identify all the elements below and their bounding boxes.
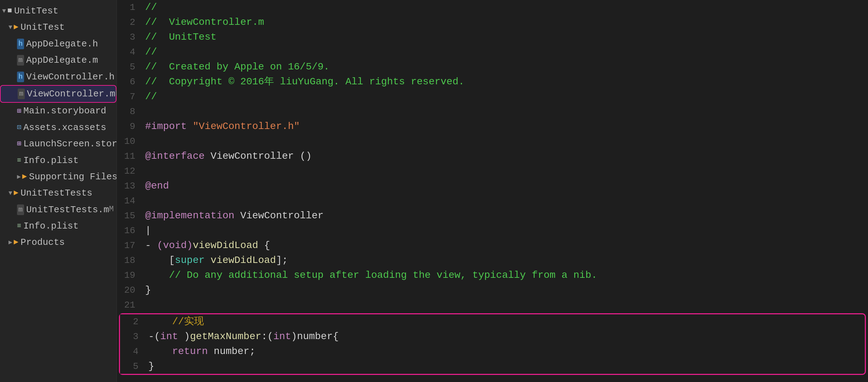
folder-open-icon: ▶ [14, 188, 18, 199]
sidebar-item-unittesttests-folder[interactable]: ▼ ▶ UnitTestTests [0, 185, 116, 201]
code-line-14: 14 [117, 193, 868, 208]
line-content: // [142, 0, 868, 15]
sidebar-item-viewcontroller-m[interactable]: m ViewController.m M [0, 85, 116, 103]
line-number: 3 [117, 30, 142, 45]
line-content: // Copyright © 2016年 liuYuGang. All righ… [142, 74, 868, 89]
line-content: // [142, 89, 868, 104]
sidebar-item-unitest-root[interactable]: ▼ ■ UnitTest [0, 3, 116, 19]
sidebar-item-viewcontroller-h[interactable]: h ViewController.h [0, 69, 116, 85]
line-number: 16 [117, 223, 142, 238]
sidebar-item-label: ViewController.m [27, 88, 115, 100]
line-content: // [142, 45, 868, 60]
sidebar-item-label: Info.plist [23, 220, 79, 232]
line-content: // UnitTest [142, 30, 868, 45]
plist-icon: ≡ [17, 221, 21, 231]
line-content: - (void)viewDidLoad { [142, 238, 868, 253]
sidebar-item-label: LaunchScreen.storyboard [23, 137, 117, 150]
sidebar-item-label: UnitTest [14, 5, 58, 17]
line-number: 19 [117, 268, 142, 283]
code-line-10: 10 [117, 134, 868, 149]
sidebar-item-assets[interactable]: ⊡ Assets.xcassets [0, 119, 116, 136]
line-content: } [145, 359, 865, 374]
line-number: 14 [117, 193, 142, 208]
code-line-21: 21 [117, 298, 868, 313]
h-icon: h [17, 72, 24, 82]
line-content: [super viewDidLoad]; [142, 253, 868, 268]
line-content: // Created by Apple on 16/5/9. [142, 60, 868, 74]
storyboard-icon: ⊞ [17, 139, 21, 149]
line-content: // Do any additional setup after loading… [142, 268, 868, 283]
line-number: 1 [117, 0, 142, 15]
line-number: 5 [117, 60, 142, 74]
sidebar-item-supporting-files[interactable]: ▶ ▶ Supporting Files [0, 169, 116, 185]
code-line-2: 2 // ViewController.m [117, 15, 868, 30]
sidebar-item-launchscreen[interactable]: ⊞ LaunchScreen.storyboard [0, 136, 116, 152]
line-number: 18 [117, 253, 142, 268]
line-content: // ViewController.m [142, 15, 868, 30]
sidebar: ▼ ■ UnitTest ▼ ▶ UnitTest h AppDelegate.… [0, 0, 117, 382]
sidebar-item-unitest-folder[interactable]: ▼ ▶ UnitTest [0, 19, 116, 35]
code-line-6: 6 // Copyright © 2016年 liuYuGang. All ri… [117, 74, 868, 89]
line-number: 13 [117, 179, 142, 193]
sidebar-item-main-storyboard[interactable]: ⊞ Main.storyboard [0, 103, 116, 119]
code-line-12: 12 [117, 164, 868, 179]
sidebar-item-unittesttests-m[interactable]: m UnitTestTests.m M [0, 202, 116, 218]
sidebar-item-label: Info.plist [23, 154, 79, 167]
code-line-9: 9 #import "ViewController.h" [117, 119, 868, 134]
line-number: 5 [120, 359, 145, 374]
line-number: 7 [117, 89, 142, 104]
sidebar-item-appdelegate-m[interactable]: m AppDelegate.m [0, 52, 116, 68]
line-content [142, 193, 868, 208]
line-number: 2 [117, 15, 142, 30]
code-line-11: 11 @interface ViewController () [117, 149, 868, 164]
sidebar-item-label: UnitTest [21, 21, 65, 34]
m-icon: m [18, 89, 25, 99]
code-line-13: 13 @end [117, 179, 868, 193]
folder-icon: ▶ [22, 172, 27, 182]
line-content [142, 134, 868, 149]
triangle-open-icon: ▼ [8, 23, 12, 32]
line-content: return number; [145, 344, 865, 359]
code-line-20: 20 } [117, 283, 868, 298]
triangle-open-icon: ▼ [8, 189, 12, 198]
m-icon: m [17, 55, 24, 66]
m-icon: m [17, 204, 24, 215]
line-content [142, 223, 868, 238]
h-icon: h [17, 39, 24, 49]
line-number: 21 [117, 298, 142, 313]
line-content: #import "ViewController.h" [142, 119, 868, 134]
line-number: 12 [117, 164, 142, 179]
sidebar-item-label: Supporting Files [29, 170, 117, 183]
sidebar-item-products[interactable]: ▶ ▶ Products [0, 234, 116, 251]
code-line-19: 19 // Do any additional setup after load… [117, 268, 868, 283]
line-content: //实现 [145, 314, 865, 329]
line-content: @interface ViewController () [142, 149, 868, 164]
folder-open-icon: ▶ [14, 22, 18, 33]
code-line-15: 15 @implementation ViewController [117, 208, 868, 223]
sidebar-item-info-plist-2[interactable]: ≡ Info.plist [0, 218, 116, 234]
line-content: @end [142, 179, 868, 193]
code-line-5: 5 // Created by Apple on 16/5/9. [117, 60, 868, 74]
storyboard-icon: ⊞ [17, 106, 21, 116]
code-line-17: 17 - (void)viewDidLoad { [117, 238, 868, 253]
line-content: @implementation ViewController [142, 208, 868, 223]
code-line-7: 7 // [117, 89, 868, 104]
sidebar-item-info-plist[interactable]: ≡ Info.plist [0, 152, 116, 169]
line-content [142, 104, 868, 119]
line-number: 2 [120, 314, 145, 329]
xcassets-icon: ⊡ [17, 123, 21, 133]
line-number: 6 [117, 74, 142, 89]
sidebar-item-label: Main.storyboard [23, 105, 106, 117]
line-content [142, 164, 868, 179]
code-line-16: 16 [117, 223, 868, 238]
sidebar-item-appdelegate-h[interactable]: h AppDelegate.h [0, 36, 116, 52]
code-area: 1 // 2 // ViewController.m 3 // UnitTest… [117, 0, 868, 376]
highlight-block: 2 //实现 3 -(int )getMaxNumber:(int)number… [119, 313, 866, 375]
badge-m: M [109, 204, 115, 215]
triangle-closed-icon: ▶ [8, 238, 12, 247]
line-content: } [142, 283, 868, 298]
line-number: 8 [117, 104, 142, 119]
code-line-24: 4 return number; [120, 344, 865, 359]
code-editor[interactable]: 1 // 2 // ViewController.m 3 // UnitTest… [117, 0, 868, 382]
code-line-22: 2 //实现 [120, 314, 865, 329]
